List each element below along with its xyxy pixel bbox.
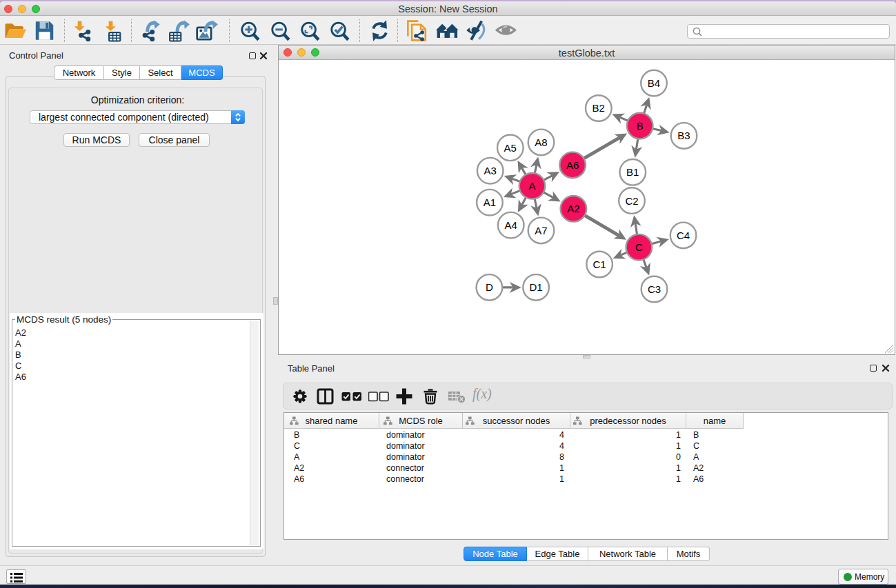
svg-text:B: B <box>637 120 644 132</box>
svg-text:B1: B1 <box>626 166 639 178</box>
svg-text:A7: A7 <box>535 225 547 236</box>
svg-text:A5: A5 <box>504 142 517 154</box>
svg-text:C4: C4 <box>677 230 690 241</box>
svg-text:A2: A2 <box>567 203 579 214</box>
svg-text:B2: B2 <box>593 102 605 114</box>
svg-text:A6: A6 <box>566 159 579 171</box>
svg-text:A4: A4 <box>505 219 517 231</box>
svg-text:D: D <box>486 281 493 293</box>
svg-text:A3: A3 <box>484 165 497 176</box>
svg-text:B3: B3 <box>677 130 690 141</box>
svg-text:C: C <box>635 241 643 253</box>
svg-text:A8: A8 <box>535 136 547 148</box>
svg-text:C1: C1 <box>593 258 606 270</box>
svg-text:D1: D1 <box>530 281 543 293</box>
svg-text:C2: C2 <box>625 195 638 207</box>
svg-text:A: A <box>528 180 535 192</box>
svg-text:B4: B4 <box>648 77 660 89</box>
svg-text:C3: C3 <box>648 283 661 295</box>
svg-text:A1: A1 <box>484 196 496 208</box>
